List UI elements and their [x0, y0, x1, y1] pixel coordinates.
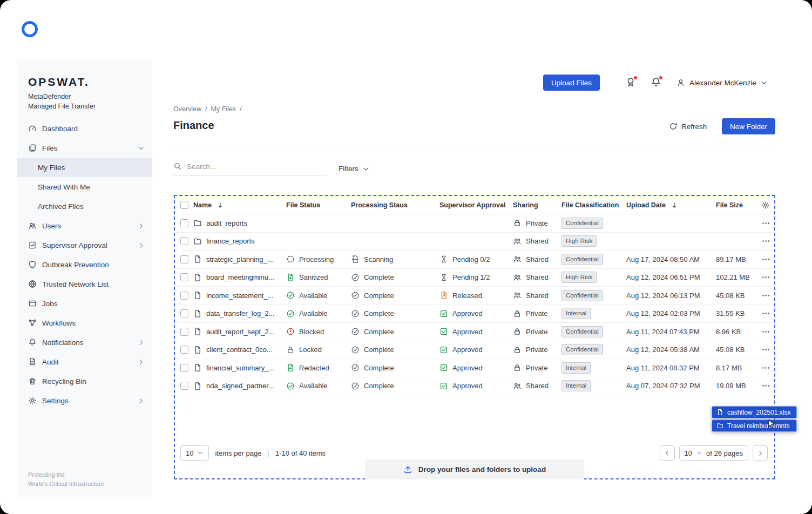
row-checkbox[interactable] [180, 382, 188, 390]
sidebar-item-files[interactable]: Files [17, 138, 152, 158]
sidebar-item-audit[interactable]: Audit [17, 352, 152, 371]
select-all-checkbox[interactable] [180, 201, 188, 209]
row-checkbox[interactable] [180, 346, 188, 354]
sidebar-item-jobs[interactable]: Jobs [17, 294, 152, 313]
check-circle-icon [286, 382, 295, 390]
sidebar-item-settings[interactable]: Settings [17, 391, 152, 410]
table-row[interactable]: nda_signed_partner...AvailableCompleteAp… [175, 377, 774, 396]
supervisor-approval: Approved [452, 328, 483, 336]
doc-clean-icon [286, 273, 295, 282]
table-row[interactable]: client_contract_0co...LockedCompleteAppr… [175, 341, 774, 360]
row-checkbox[interactable] [180, 309, 188, 317]
file-size: 45.08 KB [716, 346, 745, 354]
supervisor-approval: Approved [452, 364, 483, 372]
workflow-icon [28, 319, 37, 327]
row-actions-button[interactable] [761, 291, 770, 300]
sidebar-item-label: Supervisor Approval [42, 241, 107, 249]
brand: OPSWAT. MetaDefender Managed File Transf… [17, 60, 152, 119]
sidebar-item-my-files[interactable]: My Files [17, 158, 152, 177]
breadcrumb-my-files[interactable]: My Files [211, 105, 236, 113]
row-actions-button[interactable] [761, 273, 770, 282]
row-checkbox[interactable] [180, 292, 188, 300]
sort-down-icon[interactable] [216, 201, 224, 209]
column-header-file-size[interactable]: File Size [716, 201, 743, 209]
column-header-file-classification[interactable]: File Classification [561, 201, 619, 209]
sidebar-item-users[interactable]: Users [17, 216, 152, 235]
breadcrumb-separator: / [205, 105, 207, 113]
sidebar-item-trusted-network-list[interactable]: Trusted Network List [17, 274, 152, 294]
sidebar-item-notificiations[interactable]: Notificiations [17, 333, 152, 352]
table-row[interactable]: audit_report_sept_2...BlockedCompleteApp… [175, 323, 774, 341]
sort-down-icon[interactable] [671, 201, 678, 209]
sidebar-item-archived-files[interactable]: Archived Files [17, 197, 152, 216]
sidebar-item-outbreak-prevention[interactable]: Outbreak Prevention [17, 255, 152, 274]
table-body: audit_reportsPrivateConfidentialfinance_… [175, 214, 774, 395]
row-checkbox[interactable] [180, 364, 188, 372]
column-settings-icon[interactable] [761, 201, 770, 209]
sidebar: OPSWAT. MetaDefender Managed File Transf… [17, 60, 152, 497]
column-header-supervisor-approval[interactable]: Supervisor Approval [439, 201, 506, 209]
upload-files-button[interactable]: Upload Files [543, 75, 600, 91]
row-actions-button[interactable] [761, 381, 770, 390]
row-actions-button[interactable] [761, 363, 770, 373]
classification-badge: Internal [561, 362, 591, 374]
file-name: audit_report_sept_2... [206, 328, 274, 336]
suite-name: Managed File Transfer [28, 102, 141, 112]
column-header-processing-status[interactable]: Processing Staus [351, 201, 408, 209]
file-drop-zone[interactable]: Name File Status Processing Staus Superv… [174, 195, 775, 479]
classification-badge: Confidential [561, 290, 603, 301]
row-checkbox[interactable] [180, 219, 188, 227]
certificates-button[interactable] [625, 77, 637, 89]
table-row[interactable]: data_transfer_log_2...AvailableCompleteA… [175, 305, 774, 323]
total-pages-label: of 26 pages [706, 449, 743, 457]
table-row[interactable]: finance_reportsSharedHigh Risk [175, 233, 774, 251]
table-row[interactable]: strategic_planning_...ProcessingScanning… [175, 251, 774, 269]
people-icon [513, 273, 522, 282]
pagination-separator: | [267, 449, 269, 457]
table-row[interactable]: financial_summary_...RedactedCompleteApp… [175, 359, 774, 377]
column-header-upload-date[interactable]: Upload Date [626, 201, 666, 209]
items-per-page-select[interactable]: 10 [180, 445, 209, 461]
row-checkbox[interactable] [180, 255, 188, 263]
search-input[interactable] [187, 163, 327, 171]
row-actions-button[interactable] [761, 309, 770, 318]
lock-icon [286, 346, 295, 354]
table-row[interactable]: board_meetingminu...SanitizedCompletePen… [175, 269, 774, 287]
sidebar-item-supervisor-approval[interactable]: Supervisor Approval [17, 235, 152, 255]
file-icon [193, 363, 202, 372]
sidebar-item-dashboard[interactable]: Dashboard [17, 119, 152, 138]
filters-button[interactable]: Filters [339, 165, 370, 173]
column-header-file-status[interactable]: File Status [286, 201, 320, 209]
file-name: audit_reports [206, 219, 247, 227]
sidebar-item-workflows[interactable]: Workflows [17, 313, 152, 333]
row-actions-button[interactable] [761, 345, 770, 354]
sidebar-item-recycling-bin[interactable]: Recycling Bin [17, 371, 152, 391]
lock-icon [513, 346, 522, 354]
prev-page-button[interactable] [660, 445, 675, 461]
refresh-button[interactable]: Refresh [669, 122, 707, 131]
row-actions-button[interactable] [761, 327, 770, 336]
sidebar-item-shared-with-me[interactable]: Shared With Me [17, 177, 152, 197]
file-size: 8.96 KB [716, 328, 741, 336]
row-checkbox[interactable] [180, 273, 188, 281]
row-actions-button[interactable] [761, 236, 770, 246]
breadcrumb-overview[interactable]: Overview [173, 105, 201, 113]
new-folder-button[interactable]: New Folder [722, 118, 775, 134]
row-actions-button[interactable] [761, 255, 770, 264]
row-checkbox[interactable] [180, 237, 188, 245]
next-page-button[interactable] [753, 445, 768, 461]
column-header-name[interactable]: Name [193, 201, 212, 209]
approved-icon [439, 346, 448, 354]
row-checkbox[interactable] [180, 328, 188, 336]
table-row[interactable]: audit_reportsPrivateConfidential [175, 214, 774, 233]
table-row[interactable]: income_statement_...AvailableCompleteRel… [175, 287, 774, 305]
divider [173, 145, 775, 145]
classification-badge: High Risk [561, 235, 597, 247]
processing-status: Complete [364, 309, 394, 317]
row-actions-button[interactable] [761, 219, 770, 228]
user-menu[interactable]: Alexander McKenzie [676, 77, 768, 89]
notifications-button[interactable] [651, 77, 662, 89]
file-size: 31.55 KB [716, 309, 745, 317]
page-select[interactable]: 10 of 26 pages [679, 445, 748, 461]
column-header-sharing[interactable]: Sharing [513, 201, 538, 209]
